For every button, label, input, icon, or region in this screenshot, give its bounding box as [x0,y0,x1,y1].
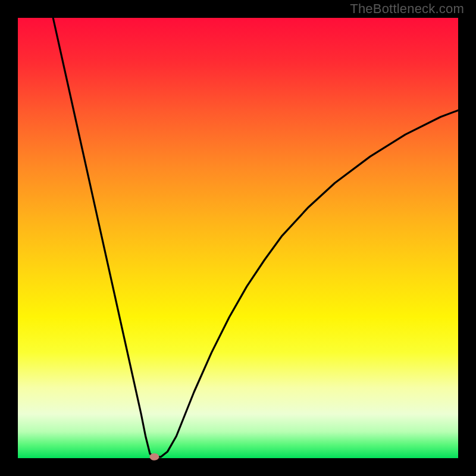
watermark-text: TheBottleneck.com [350,1,464,17]
optimal-point-marker [149,453,159,461]
bottleneck-line-chart [18,18,458,458]
chart-frame: TheBottleneck.com [0,0,476,476]
bottleneck-curve-line [53,18,458,457]
